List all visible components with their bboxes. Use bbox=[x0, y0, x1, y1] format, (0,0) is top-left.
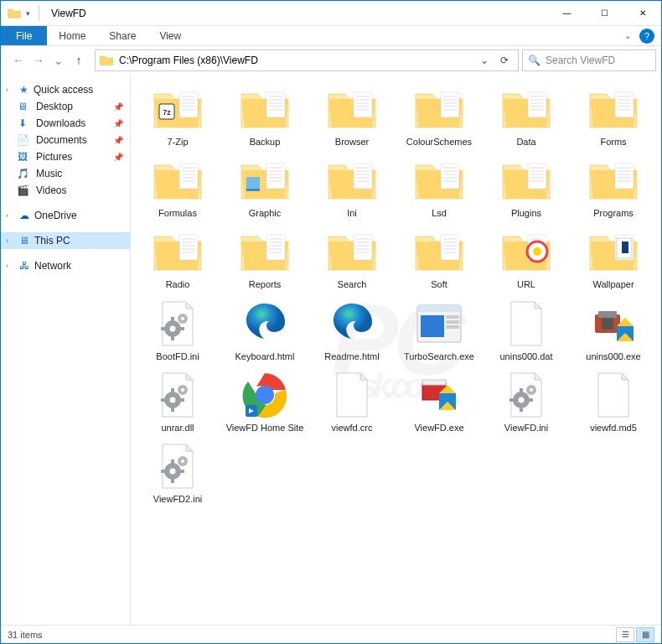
nav-arrows: ← → ⌄ ↑ bbox=[6, 51, 91, 70]
file-label: Graphic bbox=[225, 208, 305, 219]
file-item[interactable]: 7z7-Zip bbox=[134, 80, 221, 151]
file-item[interactable]: Forms bbox=[570, 80, 657, 151]
title-bar-divider bbox=[39, 6, 39, 21]
file-item[interactable]: Search bbox=[308, 222, 396, 293]
folder-icon bbox=[409, 227, 469, 276]
svg-rect-127 bbox=[446, 315, 459, 319]
file-item[interactable]: Radio bbox=[134, 222, 221, 293]
file-item[interactable]: Graphic bbox=[221, 151, 308, 222]
pictures-icon: 🖼 bbox=[16, 150, 29, 164]
forward-button[interactable]: → bbox=[29, 51, 48, 70]
tab-view[interactable]: View bbox=[147, 26, 193, 45]
sidebar-item-label: Documents bbox=[36, 134, 87, 146]
file-item[interactable]: Formulas bbox=[134, 151, 221, 222]
file-item[interactable]: TurboSearch.exe bbox=[396, 294, 483, 366]
file-item[interactable]: BootFD.ini bbox=[134, 294, 221, 366]
sidebar-item-documents[interactable]: 📄Documents📌 bbox=[1, 132, 130, 148]
file-label: Soft bbox=[399, 279, 479, 290]
sidebar-item-pictures[interactable]: 🖼Pictures📌 bbox=[1, 148, 130, 165]
ini-icon bbox=[147, 442, 208, 491]
file-item[interactable]: unrar.dll bbox=[134, 366, 221, 437]
folder-icon bbox=[147, 227, 208, 276]
file-tab[interactable]: File bbox=[1, 26, 47, 45]
recent-locations-button[interactable]: ⌄ bbox=[49, 51, 68, 70]
svg-point-156 bbox=[170, 468, 176, 474]
sidebar-item-music[interactable]: 🎵Music bbox=[1, 165, 130, 182]
up-button[interactable]: ↑ bbox=[70, 51, 88, 70]
file-label: Keyboard.html bbox=[225, 351, 305, 362]
svg-point-107 bbox=[533, 247, 541, 256]
ini-icon bbox=[147, 299, 208, 348]
file-item[interactable]: Ini bbox=[308, 151, 396, 222]
folder-icon bbox=[409, 156, 469, 205]
network-label: Network bbox=[34, 260, 71, 272]
file-item[interactable]: ColourSchemes bbox=[396, 80, 483, 151]
file-item[interactable]: Keyboard.html bbox=[221, 294, 308, 366]
sidebar-item-videos[interactable]: 🎬Videos bbox=[1, 182, 130, 199]
tab-share[interactable]: Share bbox=[97, 26, 147, 45]
file-item[interactable]: Browser bbox=[308, 80, 396, 151]
icons-view-button[interactable]: ▦ bbox=[636, 627, 654, 642]
ribbon-expand-icon[interactable]: ⌄ bbox=[619, 26, 636, 45]
folder-icon bbox=[322, 85, 382, 133]
maximize-button[interactable]: ☐ bbox=[586, 1, 623, 26]
file-item[interactable]: Plugins bbox=[483, 151, 570, 222]
address-bar[interactable]: C:\Program Files (x86)\ViewFD ⌄ ⟳ bbox=[95, 49, 519, 71]
svg-rect-150 bbox=[520, 408, 523, 412]
minimize-button[interactable]: — bbox=[548, 1, 586, 26]
folder-icon bbox=[147, 156, 208, 205]
refresh-button[interactable]: ⟳ bbox=[494, 50, 515, 70]
sidebar-quick-access[interactable]: › ★ Quick access bbox=[1, 81, 130, 98]
sidebar-item-label: Pictures bbox=[36, 151, 72, 163]
sidebar-this-pc[interactable]: › 🖥 This PC bbox=[1, 232, 130, 249]
file-item[interactable]: viewfd.md5 bbox=[570, 366, 657, 437]
svg-text:7z: 7z bbox=[163, 108, 171, 117]
sidebar-item-downloads[interactable]: ⬇Downloads📌 bbox=[1, 115, 130, 132]
svg-rect-160 bbox=[180, 470, 184, 473]
close-button[interactable]: ✕ bbox=[623, 1, 661, 26]
file-item[interactable]: unins000.exe bbox=[570, 294, 657, 366]
file-item[interactable]: ViewFD.exe bbox=[396, 366, 483, 437]
svg-rect-137 bbox=[161, 398, 165, 402]
file-label: ColourSchemes bbox=[399, 137, 479, 148]
file-item[interactable]: Backup bbox=[221, 80, 308, 151]
sidebar-item-desktop[interactable]: 🖥Desktop📌 bbox=[1, 98, 130, 115]
file-item[interactable]: viewfd.crc bbox=[308, 366, 396, 437]
back-button[interactable]: ← bbox=[9, 51, 28, 70]
svg-rect-119 bbox=[171, 336, 174, 340]
sidebar-onedrive[interactable]: › ☁ OneDrive bbox=[1, 207, 130, 224]
file-item[interactable]: ViewFD.ini bbox=[483, 366, 570, 437]
edge-icon bbox=[322, 299, 382, 348]
svg-rect-138 bbox=[180, 398, 184, 402]
file-label: Ini bbox=[312, 208, 392, 219]
file-item[interactable]: Programs bbox=[570, 151, 657, 222]
details-view-button[interactable]: ☰ bbox=[616, 627, 634, 642]
folder-preview-icon bbox=[235, 156, 295, 205]
file-item[interactable]: URL bbox=[483, 222, 570, 293]
file-item[interactable]: Reports bbox=[221, 222, 308, 293]
svg-rect-136 bbox=[171, 408, 174, 412]
file-item[interactable]: Readme.html bbox=[308, 294, 396, 366]
tab-home[interactable]: Home bbox=[47, 26, 97, 45]
file-label: Formulas bbox=[137, 208, 218, 219]
file-item[interactable]: ViewFD2.ini bbox=[134, 437, 221, 508]
qat-overflow-icon[interactable]: ▾ bbox=[26, 9, 30, 18]
file-label: Data bbox=[486, 137, 566, 148]
file-item[interactable]: Soft bbox=[396, 222, 483, 293]
file-item[interactable]: Data bbox=[483, 80, 570, 151]
file-area[interactable]: PCrisk.com 7z7-ZipBackupBrowserColourSch… bbox=[131, 75, 661, 625]
file-label: Radio bbox=[137, 279, 218, 290]
file-item[interactable]: unins000.dat bbox=[483, 294, 570, 366]
title-bar-left: ▾ ViewFD bbox=[1, 6, 93, 21]
file-item[interactable]: Wallpaper bbox=[570, 222, 657, 293]
help-button[interactable]: ? bbox=[639, 29, 654, 44]
file-label: Plugins bbox=[486, 208, 566, 219]
file-item[interactable]: ViewFD Home Site bbox=[221, 366, 308, 437]
sidebar-network[interactable]: › 🖧 Network bbox=[1, 257, 130, 274]
address-dropdown-icon[interactable]: ⌄ bbox=[474, 50, 494, 70]
file-item[interactable]: Lsd bbox=[396, 151, 483, 222]
search-box[interactable]: 🔍 Search ViewFD bbox=[522, 49, 656, 71]
ini-icon bbox=[147, 371, 208, 419]
blank-icon bbox=[583, 371, 644, 419]
videos-icon: 🎬 bbox=[16, 184, 29, 197]
